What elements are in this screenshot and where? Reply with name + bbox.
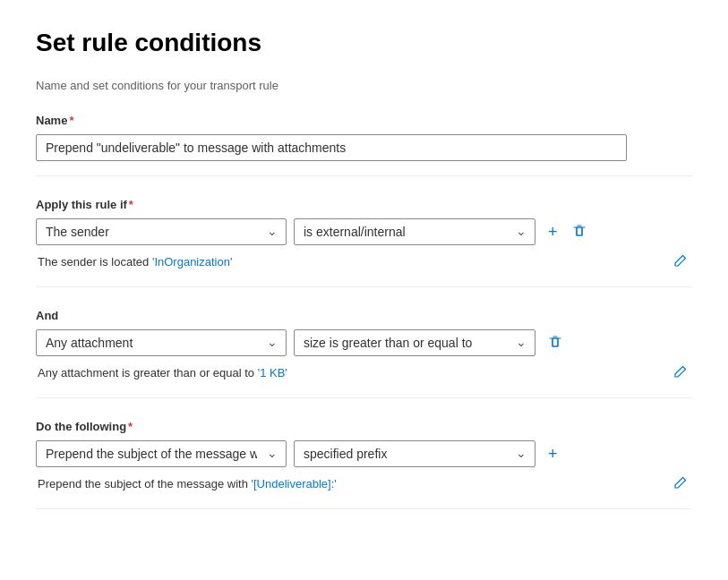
apply-rule-required: * bbox=[129, 198, 133, 211]
apply-rule-desc-static: The sender is located bbox=[38, 255, 152, 269]
do-condition2-select[interactable]: specified prefix custom text subject tex… bbox=[294, 440, 535, 467]
do-following-section: Do the following* Prepend the subject of… bbox=[36, 420, 692, 494]
do-following-edit-button[interactable] bbox=[669, 473, 692, 494]
apply-rule-desc-link[interactable]: 'InOrganization' bbox=[152, 255, 233, 269]
and-rule-desc-text: Any attachment is greater than or equal … bbox=[38, 366, 669, 380]
do-following-actions: + bbox=[543, 442, 563, 465]
do-condition1-wrapper: Prepend the subject of the message w... … bbox=[36, 440, 287, 467]
divider-4 bbox=[36, 508, 692, 509]
do-condition2-wrapper: specified prefix custom text subject tex… bbox=[294, 440, 535, 467]
and-delete-button[interactable] bbox=[543, 331, 568, 355]
apply-rule-label: Apply this rule if bbox=[36, 198, 127, 211]
divider-2 bbox=[36, 286, 692, 287]
apply-rule-edit-button[interactable] bbox=[669, 251, 692, 272]
and-condition2-wrapper: size is greater than or equal to size is… bbox=[294, 329, 535, 356]
svg-rect-0 bbox=[577, 227, 582, 235]
svg-rect-1 bbox=[552, 338, 558, 346]
apply-condition2-wrapper: is external/internal is is not matches p… bbox=[294, 218, 535, 245]
apply-rule-row: The sender The recipient Subject or body… bbox=[36, 218, 692, 245]
and-condition1-wrapper: Any attachment The sender The recipient … bbox=[36, 329, 287, 356]
and-condition1-select[interactable]: Any attachment The sender The recipient … bbox=[36, 329, 287, 356]
apply-condition2-select[interactable]: is external/internal is is not matches p… bbox=[294, 218, 535, 245]
and-rule-actions bbox=[543, 331, 568, 355]
and-condition2-select[interactable]: size is greater than or equal to size is… bbox=[294, 329, 535, 356]
apply-rule-desc-text: The sender is located 'InOrganization' bbox=[38, 255, 669, 269]
and-rule-edit-button[interactable] bbox=[669, 362, 692, 383]
apply-condition1-wrapper: The sender The recipient Subject or body… bbox=[36, 218, 287, 245]
do-following-label: Do the following bbox=[36, 420, 126, 433]
name-section: Name* bbox=[36, 114, 692, 161]
name-required-indicator: * bbox=[69, 114, 73, 127]
name-label: Name bbox=[36, 114, 67, 127]
do-following-row: Prepend the subject of the message w... … bbox=[36, 440, 692, 467]
do-following-desc-link[interactable]: '[Undeliverable]:' bbox=[251, 477, 336, 490]
and-rule-row: Any attachment The sender The recipient … bbox=[36, 329, 692, 356]
page-subtitle: Name and set conditions for your transpo… bbox=[36, 79, 692, 92]
do-following-desc-text: Prepend the subject of the message with … bbox=[38, 477, 669, 490]
page-title: Set rule conditions bbox=[36, 29, 692, 57]
do-condition1-select[interactable]: Prepend the subject of the message w... … bbox=[36, 440, 287, 467]
name-input[interactable] bbox=[36, 134, 627, 161]
apply-rule-description: The sender is located 'InOrganization' bbox=[36, 251, 692, 272]
and-rule-desc-link[interactable]: '1 KB' bbox=[258, 366, 287, 380]
apply-add-button[interactable]: + bbox=[543, 220, 563, 243]
do-following-desc-static: Prepend the subject of the message with bbox=[38, 477, 251, 490]
apply-rule-section: Apply this rule if* The sender The recip… bbox=[36, 198, 692, 272]
do-following-required: * bbox=[128, 420, 133, 433]
divider-3 bbox=[36, 397, 692, 398]
and-section: And Any attachment The sender The recipi… bbox=[36, 309, 692, 383]
divider-1 bbox=[36, 175, 692, 176]
do-following-description: Prepend the subject of the message with … bbox=[36, 473, 692, 494]
do-add-button[interactable]: + bbox=[543, 442, 563, 465]
and-rule-desc-static: Any attachment is greater than or equal … bbox=[38, 366, 258, 380]
apply-rule-actions: + bbox=[543, 220, 592, 244]
and-rule-description: Any attachment is greater than or equal … bbox=[36, 362, 692, 383]
apply-condition1-select[interactable]: The sender The recipient Subject or body… bbox=[36, 218, 287, 245]
and-label: And bbox=[36, 309, 692, 322]
apply-delete-button[interactable] bbox=[567, 220, 592, 244]
